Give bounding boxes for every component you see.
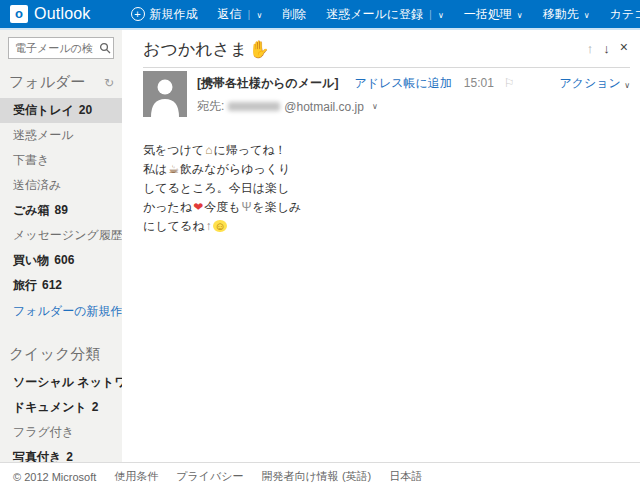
folder-label: 下書き [13, 153, 49, 167]
split-divider: | [248, 8, 251, 20]
message-body-line: かったね❤今度もΨを楽しみ [143, 198, 630, 217]
chevron-down-icon: ∨ [517, 11, 523, 20]
search-icon[interactable] [99, 42, 111, 54]
sender-avatar [143, 71, 187, 117]
to-label: 宛先: [197, 98, 224, 115]
new-folder-link[interactable]: フォルダーの新規作成 [0, 298, 122, 325]
waving-hand-emoji: ✋ [248, 40, 269, 59]
folder-label: 旅行 [13, 278, 37, 292]
chevron-down-icon[interactable]: ∨ [438, 11, 444, 20]
arrow-up-emoji: ↑ [205, 219, 211, 233]
previous-message-icon[interactable]: ↑ [587, 41, 594, 56]
sidebar-item-social[interactable]: ソーシャル ネットワーク6 [0, 370, 122, 395]
sidebar-item-inbox[interactable]: 受信トレイ20 [0, 98, 122, 123]
folder-label: メッセージング履歴 [13, 228, 122, 242]
sidebar-item-trash[interactable]: ごみ箱89 [0, 198, 122, 223]
move-to-label: 移動先 [543, 6, 579, 23]
chevron-down-icon[interactable]: ∨ [372, 102, 378, 111]
outlook-logo[interactable]: o Outlook [10, 5, 91, 23]
sweep-button[interactable]: 一括処理 ∨ [464, 6, 523, 23]
body-text: 気をつけて [143, 143, 204, 157]
flag-icon[interactable]: ⚐ [504, 76, 515, 90]
message-body-line: 気をつけて⌂に帰ってね！ [143, 141, 630, 160]
sidebar-item-messaging-history[interactable]: メッセージング履歴 [0, 223, 122, 248]
quick-views-header: クイック分類 [9, 345, 100, 364]
privacy-link[interactable]: プライバシー [176, 469, 243, 484]
search-box [8, 37, 116, 59]
folder-label: 受信トレイ [13, 103, 74, 117]
new-message-label: 新規作成 [150, 6, 198, 23]
close-message-icon[interactable]: × [620, 41, 628, 56]
junk-label: 迷惑メールに登録 [326, 6, 423, 23]
sidebar-item-travel[interactable]: 旅行612 [0, 273, 122, 298]
message-body-line: 私は☕飲みながらゆっくり [143, 160, 630, 179]
junk-button[interactable]: 迷惑メールに登録 | ∨ [326, 6, 444, 23]
sidebar-item-documents[interactable]: ドキュメント2 [0, 395, 122, 420]
chevron-down-icon: ∨ [584, 11, 590, 20]
message-body-line: にしてるね↑☺ [143, 217, 630, 236]
heart-emoji: ❤ [193, 200, 203, 214]
coffee-emoji: ☕ [168, 162, 179, 176]
sidebar-item-photos[interactable]: 写真付き2 [0, 445, 122, 462]
sender-name: [携帯各社様からのメール] [197, 75, 338, 92]
body-text: を楽しみ [253, 200, 302, 214]
message-time: 15:01 [464, 76, 494, 90]
folder-label: 買い物 [13, 253, 49, 267]
chevron-down-icon: ∨ [624, 81, 630, 90]
body-text: してるところ。今日は楽し [143, 181, 289, 195]
next-message-icon[interactable]: ↓ [603, 41, 610, 56]
unread-count: 2 [92, 400, 99, 414]
plus-circle-icon: + [131, 7, 145, 21]
body-text: 私は [143, 162, 167, 176]
sidebar-item-flagged[interactable]: フラグ付き [0, 420, 122, 445]
categories-button[interactable]: カテゴリ ∨ [610, 6, 640, 23]
reply-button[interactable]: 返信 | ∨ [218, 6, 263, 23]
actions-label: アクション [559, 76, 620, 90]
house-emoji: ⌂ [205, 143, 212, 157]
page-footer: © 2012 Microsoft 使用条件 プライバシー 開発者向け情報 (英語… [0, 462, 640, 490]
unread-count: 606 [54, 253, 74, 267]
recipient-domain: @hotmail.co.jp [284, 100, 364, 114]
command-bar: + 新規作成 返信 | ∨ 削除 迷惑メールに登録 | ∨ 一括処理 ∨ 移動先… [131, 6, 640, 23]
unread-count: 2 [66, 450, 73, 462]
new-message-button[interactable]: + 新規作成 [131, 6, 198, 23]
delete-label: 削除 [282, 6, 306, 23]
add-to-contacts-link[interactable]: アドレス帳に追加 [354, 75, 451, 92]
body-text: にしてるね [143, 219, 204, 233]
folders-header: フォルダー [9, 73, 85, 92]
copyright-text: © 2012 Microsoft [13, 471, 96, 483]
sidebar-item-sent[interactable]: 送信済み [0, 173, 122, 198]
subject-divider [143, 67, 630, 68]
developers-link[interactable]: 開発者向け情報 (英語) [262, 469, 372, 484]
fork-and-knife-emoji: Ψ [241, 200, 251, 214]
chevron-down-icon[interactable]: ∨ [256, 11, 262, 20]
categories-label: カテゴリ [610, 6, 640, 23]
outlook-logo-text: Outlook [34, 5, 91, 23]
move-to-button[interactable]: 移動先 ∨ [543, 6, 590, 23]
sidebar-item-junk[interactable]: 迷惑メール [0, 123, 122, 148]
body-text: 飲みながらゆっくり [180, 162, 290, 176]
folder-list: 受信トレイ20 迷惑メール 下書き 送信済み ごみ箱89 メッセージング履歴 買… [0, 98, 122, 298]
folder-label: 迷惑メール [13, 128, 74, 142]
reading-pane: おつかれさま✋ ↑ ↓ × [携帯各社様からのメール] アドレス帳に追加 15:… [122, 30, 640, 462]
sweep-label: 一括処理 [464, 6, 512, 23]
recipient-redacted [228, 102, 280, 111]
message-header: [携帯各社様からのメール] アドレス帳に追加 15:01 ⚐ 宛先: @hotm… [143, 71, 630, 117]
actions-menu[interactable]: アクション ∨ [559, 71, 630, 117]
sidebar-item-drafts[interactable]: 下書き [0, 148, 122, 173]
refresh-icon[interactable]: ↻ [104, 76, 114, 90]
body-text: に帰ってね！ [213, 143, 286, 157]
sidebar-item-shopping[interactable]: 買い物606 [0, 248, 122, 273]
delete-button[interactable]: 削除 [282, 6, 306, 23]
folder-label: ごみ箱 [13, 203, 50, 217]
folder-sidebar: フォルダー ↻ 受信トレイ20 迷惑メール 下書き 送信済み ごみ箱89 メッセ… [0, 30, 122, 462]
terms-link[interactable]: 使用条件 [114, 469, 158, 484]
outlook-logo-icon: o [10, 5, 28, 23]
folder-label: 送信済み [13, 178, 61, 192]
quick-view-label: フラグ付き [13, 425, 74, 439]
split-divider: | [429, 8, 432, 20]
quick-view-label: 写真付き [13, 450, 61, 462]
top-app-bar: o Outlook + 新規作成 返信 | ∨ 削除 迷惑メールに登録 | ∨ … [0, 0, 640, 28]
language-link[interactable]: 日本語 [389, 469, 422, 484]
message-body-line: してるところ。今日は楽し [143, 179, 630, 198]
